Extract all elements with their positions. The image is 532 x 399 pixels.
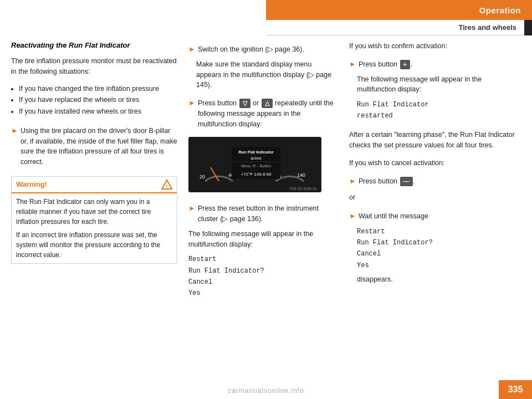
mid-column: ► Switch on the ignition (▷ page 36). Ma… bbox=[188, 41, 338, 375]
subheader-accent bbox=[524, 20, 532, 35]
list-item: If you have installed new wheels or tire… bbox=[19, 106, 177, 117]
code-block-mid: Restart Run Flat Indicator? Cancel Yes bbox=[188, 254, 338, 299]
arrow-press-button-repeatedly: ► Press button ▽ or △ repeatedly until t… bbox=[188, 98, 338, 129]
press-button-label: Press button bbox=[359, 60, 397, 68]
press-button-label: Press button bbox=[198, 99, 237, 107]
cancel-text: If you wish to cancel activation: bbox=[349, 158, 521, 168]
arrow-text: Switch on the ignition (▷ page 36). bbox=[198, 44, 338, 55]
code-line: Run Flat Indicator bbox=[357, 99, 521, 110]
svg-text:P54·32·4284·31: P54·32·4284·31 bbox=[290, 187, 318, 191]
arrow-wait-message: ► Wait until the message bbox=[349, 211, 521, 222]
following-msg-right: The following message will appear in the… bbox=[357, 74, 521, 95]
svg-text:active: active bbox=[250, 156, 262, 161]
svg-text:140: 140 bbox=[297, 172, 305, 178]
confirm-text: If you wish to confirm activation: bbox=[349, 41, 521, 52]
arrow-icon: ► bbox=[349, 60, 356, 68]
press-button-cancel-label: Press button bbox=[359, 177, 397, 185]
minus-button-icon: — bbox=[400, 177, 413, 186]
wait-code-block: Restart Run Flat Indicator? Cancel Yes bbox=[357, 226, 521, 272]
warning-paragraph-1: The Run Flat Indicator can only warn you… bbox=[16, 197, 172, 227]
display-menu-text: Make sure the standard display menu appe… bbox=[196, 59, 338, 90]
warning-triangle-icon: ! bbox=[161, 179, 172, 190]
warning-box: Warning! ! The Run Flat Indicator can on… bbox=[11, 176, 177, 264]
arrow-icon: ► bbox=[188, 45, 196, 53]
warning-paragraph-2: If an incorrect tire inflation pressure … bbox=[16, 230, 172, 260]
page-number: 335 bbox=[508, 385, 523, 395]
bullet-list: If you have changed the tire inflation p… bbox=[19, 84, 177, 118]
plus-button-icon: + bbox=[400, 60, 410, 69]
header-bar: Operation bbox=[266, 0, 532, 20]
code-line: Cancel bbox=[357, 248, 521, 259]
or-label: or bbox=[253, 99, 261, 107]
list-item: If you have changed the tire inflation p… bbox=[19, 84, 177, 94]
code-line: Run Flat Indicator? bbox=[357, 237, 521, 248]
arrow-text: Press button —. bbox=[359, 176, 521, 187]
code-line: Run Flat Indicator? bbox=[188, 265, 338, 277]
code-line: Cancel bbox=[188, 277, 338, 288]
warning-body: The Run Flat Indicator can only warn you… bbox=[12, 193, 177, 263]
svg-text:+72°F  149.8 MI: +72°F 149.8 MI bbox=[241, 172, 271, 177]
arrow-text: Using the tire placard on the driver's d… bbox=[21, 126, 177, 167]
or-label: or bbox=[349, 193, 521, 201]
button-up-icon: △ bbox=[262, 99, 273, 108]
warning-header: Warning! ! bbox=[12, 177, 177, 193]
watermark: carmanualsonline.info bbox=[228, 387, 304, 395]
svg-text:!: ! bbox=[166, 183, 168, 189]
svg-text:20: 20 bbox=[200, 174, 205, 180]
arrow-icon: ► bbox=[188, 204, 196, 212]
page-number-box: 335 bbox=[499, 380, 532, 399]
code-line: Yes bbox=[188, 288, 338, 299]
arrow-text: Wait until the message bbox=[359, 211, 521, 222]
arrow-icon: ► bbox=[349, 177, 356, 185]
arrow-press-plus: ► Press button +. bbox=[349, 59, 521, 70]
list-item: If you have replaced the wheels or tires bbox=[19, 95, 177, 105]
arrow-icon: ► bbox=[11, 126, 18, 135]
code-line: Yes bbox=[357, 260, 521, 271]
code-line: restarted bbox=[357, 110, 521, 121]
arrow-text: Press the reset button in the instrument… bbox=[198, 203, 338, 224]
arrow-text: Press button +. bbox=[359, 59, 521, 70]
following-message-mid: The following message will appear in the… bbox=[188, 229, 338, 250]
arrow-press-minus: ► Press button —. bbox=[349, 176, 521, 187]
code-line: Restart bbox=[188, 254, 338, 265]
main-content: Reactivating the Run Flat Indicator The … bbox=[0, 35, 532, 380]
instrument-cluster-image: 20 40 80 120 100 140 Run Flat Indicator … bbox=[188, 137, 321, 192]
section-heading: Reactivating the Run Flat Indicator bbox=[11, 41, 177, 49]
intro-text: The tire inflation pressure monitor must… bbox=[11, 56, 177, 77]
code-line: Restart bbox=[357, 226, 521, 237]
display-lines-right: Run Flat Indicator restarted bbox=[357, 99, 521, 122]
button-down-icon: ▽ bbox=[239, 99, 250, 108]
arrow-item-placard: ► Using the tire placard on the driver's… bbox=[11, 126, 177, 167]
arrow-switch-ignition: ► Switch on the ignition (▷ page 36). bbox=[188, 44, 338, 55]
arrow-press-reset: ► Press the reset button in the instrume… bbox=[188, 203, 338, 224]
subsection-label: Tires and wheels bbox=[458, 23, 516, 32]
arrow-text: Press button ▽ or △ repeatedly until the… bbox=[198, 98, 338, 129]
section-title: Operation bbox=[479, 6, 521, 15]
svg-text:Run Flat Indicator: Run Flat Indicator bbox=[238, 150, 274, 155]
svg-text:Menu: R – Button: Menu: R – Button bbox=[241, 164, 272, 168]
warning-label: Warning! bbox=[16, 180, 47, 188]
subheader-bar: Tires and wheels bbox=[266, 20, 532, 35]
arrow-icon: ► bbox=[349, 212, 356, 220]
disappears-text: disappears. bbox=[357, 275, 521, 283]
right-column: If you wish to confirm activation: ► Pre… bbox=[349, 41, 521, 375]
learning-phase-text: After a certain "learning phase", the Ru… bbox=[349, 130, 521, 151]
left-column: Reactivating the Run Flat Indicator The … bbox=[11, 41, 177, 375]
arrow-icon: ► bbox=[188, 99, 196, 107]
